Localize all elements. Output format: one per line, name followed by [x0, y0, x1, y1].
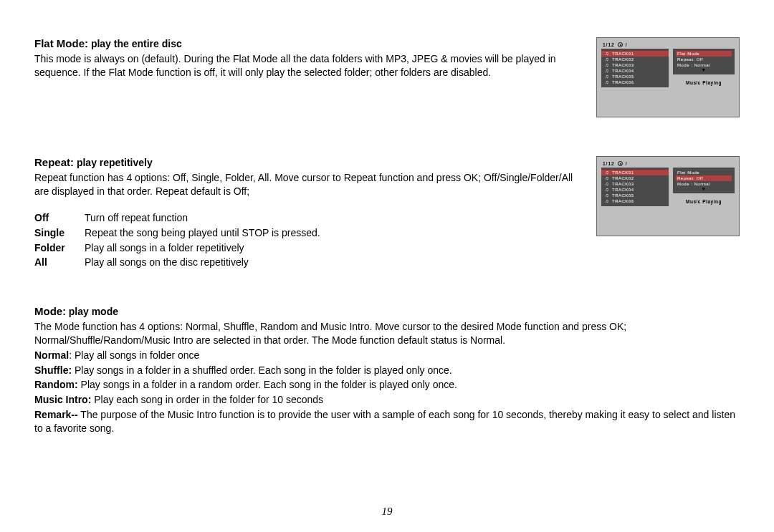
- osd-slash: /: [626, 161, 628, 166]
- osd-tracklist: ♫TRACK01 ♫TRACK02 ♫TRACK03 ♫TRACK04 ♫TRA…: [601, 168, 669, 206]
- def-all: AllPlay all songs on the disc repetitive…: [34, 256, 585, 269]
- osd-header: 1/12 /: [601, 161, 735, 166]
- repeat-text-col: Repeat: play repetitively Repeat functio…: [34, 156, 585, 271]
- disc-icon: [618, 42, 623, 47]
- note-icon: ♫: [605, 188, 609, 192]
- osd-right: Flat Mode Repeat: Off Mode : Normal ▼ Mu…: [673, 168, 735, 206]
- osd-panel-flat: 1/12 / ♫TRACK01 ♫TRACK02 ♫TRACK03 ♫TRACK…: [596, 37, 740, 117]
- mode-subtitle: : play mode: [62, 306, 118, 317]
- osd-repeat-row: Repeat: Off: [676, 57, 732, 62]
- flat-title: Flat Mode:: [34, 37, 88, 49]
- repeat-section: Repeat: play repetitively Repeat functio…: [34, 156, 740, 271]
- osd-counter: 1/12: [603, 42, 615, 47]
- osd-track-6: ♫TRACK06: [601, 198, 669, 204]
- osd-info-box: Flat Mode Repeat: Off Mode : Normal ▼: [673, 168, 735, 193]
- down-arrow-icon: ▼: [676, 68, 732, 72]
- osd-tracklist: ♫TRACK01 ♫TRACK02 ♫TRACK03 ♫TRACK04 ♫TRA…: [601, 49, 669, 87]
- mode-title: Mode: [34, 305, 62, 317]
- def-music-intro: Music Intro: Play each song in order in …: [34, 393, 740, 407]
- def-shuffle: Shuffle: Play songs in a folder in a shu…: [34, 364, 740, 378]
- flat-mode-section: Flat Mode: play the entire disc This mod…: [34, 37, 740, 117]
- osd-slash: /: [626, 42, 628, 47]
- osd-info-box: Flat Mode Repeat: Off Mode : Normal ▼: [673, 49, 735, 74]
- flat-subtitle: play the entire disc: [88, 38, 182, 49]
- osd-flat-row: Flat Mode: [676, 170, 732, 175]
- osd-header: 1/12 /: [601, 42, 735, 47]
- osd-track-6: ♫TRACK06: [601, 79, 669, 85]
- page-number: 19: [0, 506, 774, 518]
- def-normal: Normal: Play all songs in folder once: [34, 349, 740, 363]
- osd-flat-row: Flat Mode: [676, 51, 732, 57]
- note-icon: ♫: [605, 69, 609, 73]
- flat-heading: Flat Mode: play the entire disc: [34, 37, 585, 49]
- note-icon: ♫: [605, 176, 609, 180]
- def-off: OffTurn off repeat function: [34, 211, 585, 225]
- note-icon: ♫: [605, 182, 609, 186]
- osd-track-2: ♫TRACK02: [601, 175, 669, 181]
- osd-right: Flat Mode Repeat: Off Mode : Normal ▼ Mu…: [673, 49, 735, 87]
- flat-text-col: Flat Mode: play the entire disc This mod…: [34, 37, 585, 81]
- mode-section: Mode: play mode The Mode function has 4 …: [34, 305, 740, 435]
- osd-track-4: ♫TRACK04: [601, 68, 669, 74]
- down-arrow-icon: ▼: [676, 187, 732, 191]
- note-icon: ♫: [605, 170, 609, 175]
- osd-status: Music Playing: [673, 196, 735, 206]
- osd-body: ♫TRACK01 ♫TRACK02 ♫TRACK03 ♫TRACK04 ♫TRA…: [601, 168, 735, 206]
- mode-definitions: Normal: Play all songs in folder once Sh…: [34, 349, 740, 436]
- repeat-body: Repeat function has 4 options: Off, Sing…: [34, 171, 585, 198]
- note-icon: ♫: [605, 52, 609, 56]
- note-icon: ♫: [605, 63, 609, 67]
- osd-counter: 1/12: [603, 161, 615, 166]
- osd-track-1: ♫TRACK01: [601, 51, 669, 57]
- osd-repeat-row: Repeat: Off: [676, 175, 732, 181]
- note-icon: ♫: [605, 193, 609, 198]
- def-folder: FolderPlay all songs in a folder repetit…: [34, 241, 585, 255]
- osd-track-3: ♫TRACK03: [601, 181, 669, 187]
- osd-track-5: ♫TRACK05: [601, 193, 669, 198]
- mode-heading: Mode: play mode: [34, 305, 740, 317]
- def-single: SingleRepeat the song being played until…: [34, 226, 585, 240]
- mode-body: The Mode function has 4 options: Normal,…: [34, 320, 740, 347]
- repeat-heading: Repeat: play repetitively: [34, 156, 585, 168]
- note-icon: ♫: [605, 74, 609, 79]
- def-remark: Remark-- The purpose of the Music Intro …: [34, 408, 740, 436]
- repeat-definitions: OffTurn off repeat function SingleRepeat…: [34, 211, 585, 270]
- repeat-subtitle: play repetitively: [74, 157, 153, 168]
- disc-icon: [618, 161, 623, 166]
- osd-track-1: ♫TRACK01: [601, 170, 669, 175]
- osd-track-5: ♫TRACK05: [601, 74, 669, 79]
- osd-status: Music Playing: [673, 77, 735, 87]
- note-icon: ♫: [605, 80, 609, 84]
- osd-track-4: ♫TRACK04: [601, 187, 669, 193]
- repeat-title: Repeat:: [34, 156, 74, 168]
- flat-body: This mode is always on (default). During…: [34, 52, 585, 79]
- osd-body: ♫TRACK01 ♫TRACK02 ♫TRACK03 ♫TRACK04 ♫TRA…: [601, 49, 735, 87]
- note-icon: ♫: [605, 57, 609, 62]
- osd-panel-repeat: 1/12 / ♫TRACK01 ♫TRACK02 ♫TRACK03 ♫TRACK…: [596, 156, 740, 236]
- osd-track-2: ♫TRACK02: [601, 57, 669, 62]
- osd-track-3: ♫TRACK03: [601, 62, 669, 68]
- def-random: Random: Play songs in a folder in a rand…: [34, 378, 740, 392]
- note-icon: ♫: [605, 199, 609, 203]
